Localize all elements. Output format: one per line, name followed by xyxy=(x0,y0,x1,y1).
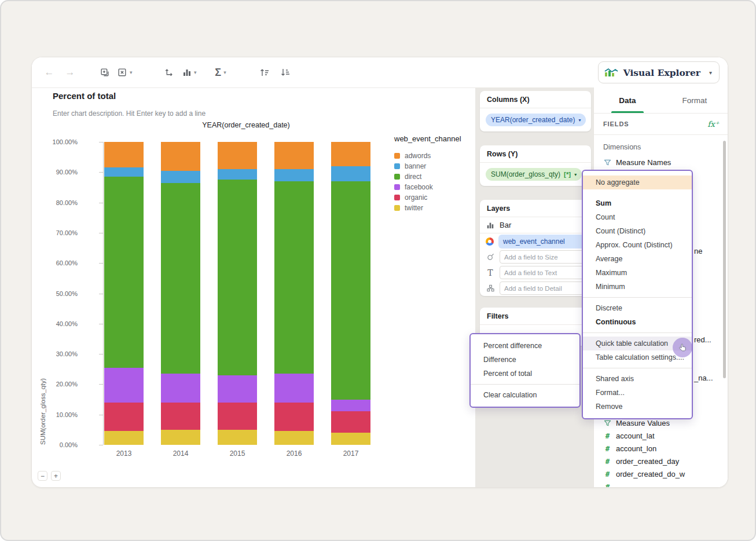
duplicate-chart-button[interactable] xyxy=(97,64,113,81)
bar-segment-adwords[interactable] xyxy=(161,142,200,171)
bar-segment-adwords[interactable] xyxy=(218,142,257,169)
sort-ascending-button[interactable] xyxy=(256,64,273,81)
rows-shelf-title: Rows (Y) xyxy=(480,145,591,163)
columns-field-pill[interactable]: YEAR(order_created_date) ▾ xyxy=(486,114,586,126)
rows-field-label: SUM(order_gloss_qty) xyxy=(491,170,560,178)
y-tick-mark xyxy=(99,203,103,203)
menu-item-clear-calculation[interactable]: Clear calculation xyxy=(471,388,579,402)
text-field-slot[interactable]: Add a field to Text xyxy=(500,266,585,279)
bar-segment-banner[interactable] xyxy=(218,169,257,180)
menu-item-maximum[interactable]: Maximum xyxy=(583,266,692,280)
bar-segment-direct[interactable] xyxy=(274,181,314,374)
menu-item-average[interactable]: Average xyxy=(583,252,692,266)
bar-segment-adwords[interactable] xyxy=(274,142,314,169)
field-item-account-lon[interactable]: #account_lon xyxy=(594,442,728,455)
menu-item-sum[interactable]: Sum xyxy=(583,196,692,210)
forward-button[interactable]: → xyxy=(62,64,78,81)
bar-segment-direct[interactable] xyxy=(161,183,200,374)
tab-format[interactable]: Format xyxy=(661,87,728,113)
field-item-account-lat[interactable]: #account_lat xyxy=(594,429,728,442)
bar-segment-twitter[interactable] xyxy=(161,430,200,445)
toolbar: ← → ▾ ▾ Σ ▾ xyxy=(32,57,728,88)
bar-segment-facebook[interactable] xyxy=(331,400,370,412)
zoom-in-button[interactable]: + xyxy=(51,471,61,481)
chart-type-button[interactable]: ▾ xyxy=(181,64,198,81)
bar-segment-adwords[interactable] xyxy=(331,142,370,166)
visual-explorer-menu[interactable]: Visual Explorer ▾ xyxy=(598,61,720,83)
table-calc-badge: [*] xyxy=(564,171,571,178)
bar-segment-direct[interactable] xyxy=(331,181,370,400)
menu-item-approx-count-distinct[interactable]: Approx. Count (Distinct) xyxy=(583,238,692,252)
bar-segment-banner[interactable] xyxy=(274,169,314,181)
chart-title[interactable]: Percent of total xyxy=(53,91,116,101)
bar-segment-direct[interactable] xyxy=(104,177,144,367)
clear-chart-icon xyxy=(118,68,127,78)
field-item-order-created-day[interactable]: #order_created_day xyxy=(594,455,728,467)
menu-item-percent-of-total[interactable]: Percent of total xyxy=(471,367,579,381)
bar-chart-icon xyxy=(486,221,495,229)
menu-item-percent-difference[interactable]: Percent difference xyxy=(471,339,579,353)
menu-item-difference[interactable]: Difference xyxy=(471,353,579,367)
menu-item-discrete[interactable]: Discrete xyxy=(583,301,692,315)
chart-description-placeholder[interactable]: Enter chart description. Hit Enter key t… xyxy=(53,109,205,118)
legend-swatch xyxy=(394,205,400,211)
aggregate-button[interactable]: Σ ▾ xyxy=(212,64,229,81)
transpose-button[interactable] xyxy=(160,64,177,81)
bar-segment-direct[interactable] xyxy=(218,180,257,375)
menu-item-remove[interactable]: Remove xyxy=(583,400,692,414)
bar-segment-twitter[interactable] xyxy=(218,430,257,445)
bar-segment-facebook[interactable] xyxy=(104,368,144,403)
sort-descending-button[interactable] xyxy=(277,64,293,81)
menu-item-count-distinct[interactable]: Count (Distinct) xyxy=(583,224,692,238)
mark-type-row[interactable]: Bar xyxy=(480,217,591,233)
y-tick-mark xyxy=(99,233,103,233)
mouse-cursor xyxy=(673,338,692,357)
menu-item-no-aggregate[interactable]: No aggregate xyxy=(583,176,692,189)
scrollbar[interactable] xyxy=(723,141,726,378)
clear-chart-button[interactable]: ▾ xyxy=(116,64,134,81)
color-field-pill[interactable]: web_event_channel xyxy=(498,235,585,248)
field-label: order_created_do_w xyxy=(616,470,685,478)
app-window: ← → ▾ ▾ Σ ▾ xyxy=(31,57,728,488)
tab-data[interactable]: Data xyxy=(594,87,661,113)
bar-segment-organic[interactable] xyxy=(218,403,257,430)
menu-item-count[interactable]: Count xyxy=(583,210,692,224)
bar-segment-facebook[interactable] xyxy=(218,375,257,403)
size-field-slot[interactable]: Add a field to Size xyxy=(500,250,585,264)
field-item-order-created-do-w[interactable]: #order_created_do_w xyxy=(594,467,728,480)
bar-segment-facebook[interactable] xyxy=(274,374,314,403)
y-tick-label: 50.00% xyxy=(56,290,78,297)
x-tick-label: 2013 xyxy=(104,449,144,458)
add-calculation-button[interactable]: fx⁺ xyxy=(707,119,719,129)
detail-field-slot[interactable]: Add a field to Detail xyxy=(500,282,585,295)
legend-label: facebook xyxy=(405,183,433,191)
dimension-item-measure-names[interactable]: Measure Names xyxy=(594,156,728,169)
menu-item-minimum[interactable]: Minimum xyxy=(583,280,692,294)
measure-names-icon xyxy=(603,159,612,166)
bar-segment-banner[interactable] xyxy=(331,166,370,181)
bar-segment-adwords[interactable] xyxy=(104,142,144,167)
bar-segment-banner[interactable] xyxy=(104,167,144,177)
bar-segment-organic[interactable] xyxy=(274,403,314,432)
back-button[interactable]: ← xyxy=(41,64,57,81)
brand-title: Visual Explorer xyxy=(623,67,700,78)
rows-field-pill[interactable]: SUM(order_gloss_qty) [*] ▾ xyxy=(486,168,582,181)
legend-swatch xyxy=(394,184,400,190)
legend-swatch xyxy=(394,174,400,180)
bar-segment-twitter[interactable] xyxy=(274,431,314,445)
bar-segment-organic[interactable] xyxy=(331,411,370,433)
bar-segment-organic[interactable] xyxy=(161,403,200,430)
bar-segment-organic[interactable] xyxy=(104,403,144,432)
zoom-out-button[interactable]: − xyxy=(38,471,47,481)
menu-item-format[interactable]: Format... xyxy=(583,386,692,400)
bar-segment-facebook[interactable] xyxy=(161,374,200,403)
detail-shelf-row: Add a field to Detail xyxy=(480,280,591,296)
menu-item-shared-axis[interactable]: Shared axis xyxy=(583,372,692,386)
bar-segment-twitter[interactable] xyxy=(331,433,370,445)
bar-segment-banner[interactable] xyxy=(161,171,200,183)
legend-label: twitter xyxy=(405,204,423,212)
field-item-clipped[interactable]: # xyxy=(594,480,728,488)
bar-segment-twitter[interactable] xyxy=(104,431,144,445)
legend-label: adwords xyxy=(405,152,431,160)
menu-item-continuous[interactable]: Continuous xyxy=(583,315,692,329)
